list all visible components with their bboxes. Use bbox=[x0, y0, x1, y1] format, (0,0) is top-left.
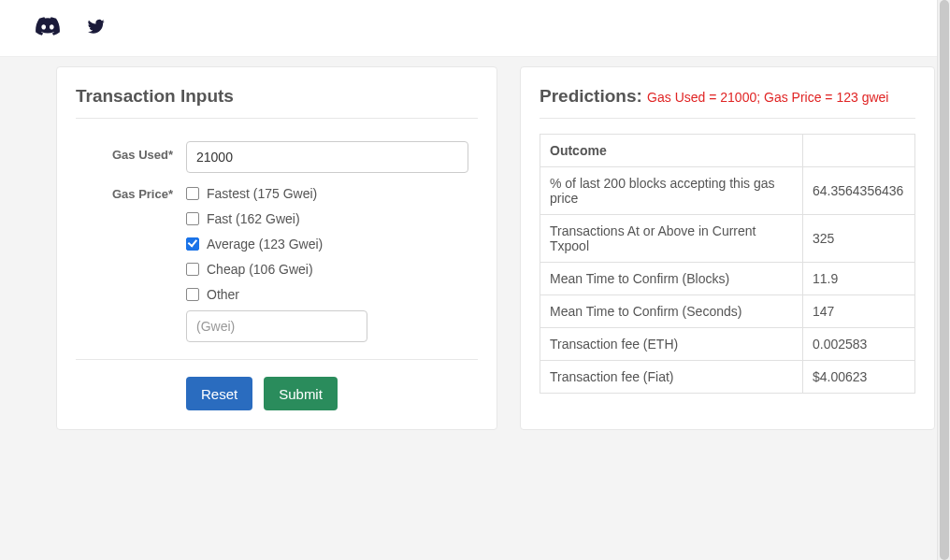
option-label: Fastest (175 Gwei) bbox=[207, 186, 317, 201]
scrollbar-thumb[interactable] bbox=[940, 0, 949, 560]
table-row: Mean Time to Confirm (Seconds)147 bbox=[540, 295, 915, 328]
option-label: Fast (162 Gwei) bbox=[207, 211, 300, 226]
predictions-subtitle: Gas Used = 21000; Gas Price = 123 gwei bbox=[647, 90, 888, 105]
table-row: Transaction fee (ETH)0.002583 bbox=[540, 328, 915, 361]
option-label: Average (123 Gwei) bbox=[207, 237, 323, 251]
table-row: Mean Time to Confirm (Blocks)11.9 bbox=[540, 263, 915, 295]
checkbox-cheap[interactable] bbox=[186, 263, 199, 276]
inputs-card: Transaction Inputs Gas Used* Gas Price* … bbox=[56, 66, 497, 430]
table-row: Transactions At or Above in Current Txpo… bbox=[540, 215, 915, 263]
option-label: Cheap (106 Gwei) bbox=[207, 262, 313, 277]
main-content: Transaction Inputs Gas Used* Gas Price* … bbox=[0, 57, 950, 430]
checkbox-other[interactable] bbox=[186, 288, 199, 301]
gas-price-label: Gas Price* bbox=[76, 180, 186, 342]
option-label: Other bbox=[207, 287, 239, 302]
gas-used-label: Gas Used* bbox=[76, 141, 186, 173]
predictions-card: Predictions: Gas Used = 21000; Gas Price… bbox=[520, 66, 935, 430]
discord-icon[interactable] bbox=[36, 17, 60, 39]
top-bar bbox=[0, 0, 950, 57]
table-row: Transaction fee (Fiat)$4.00623 bbox=[540, 361, 915, 394]
table-header-outcome: Outcome bbox=[540, 135, 803, 167]
gas-price-other-input[interactable] bbox=[186, 310, 367, 342]
checkbox-fast[interactable] bbox=[186, 212, 199, 225]
inputs-title: Transaction Inputs bbox=[76, 86, 478, 119]
table-row: % of last 200 blocks accepting this gas … bbox=[540, 167, 915, 215]
predictions-table: Outcome % of last 200 blocks accepting t… bbox=[540, 134, 915, 394]
table-header-value bbox=[803, 135, 915, 167]
reset-button[interactable]: Reset bbox=[186, 377, 252, 410]
divider bbox=[76, 359, 478, 360]
twitter-icon[interactable] bbox=[86, 18, 107, 38]
checkbox-average[interactable] bbox=[186, 237, 199, 251]
gas-used-input[interactable] bbox=[186, 141, 468, 173]
predictions-title: Predictions: Gas Used = 21000; Gas Price… bbox=[540, 86, 915, 119]
checkbox-fastest[interactable] bbox=[186, 187, 199, 200]
submit-button[interactable]: Submit bbox=[264, 377, 338, 410]
scrollbar-track[interactable] bbox=[937, 0, 950, 560]
